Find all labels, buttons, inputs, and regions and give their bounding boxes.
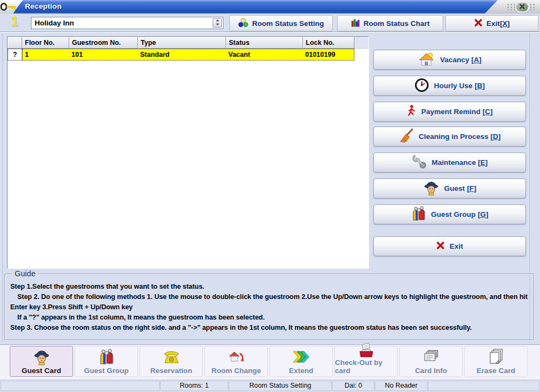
house-icon	[418, 52, 435, 68]
title-bar: Reception	[0, 0, 540, 14]
cell-lock-no[interactable]: 01010199	[303, 49, 354, 60]
running-person-icon	[406, 104, 416, 119]
blank-pages-icon	[488, 347, 504, 367]
header-selector[interactable]	[8, 37, 22, 49]
room-status-chart-label: Room Status Chart	[364, 19, 430, 28]
guide-step-1: Step 1.Select the guestrooms that you wa…	[10, 282, 529, 292]
payment-remind-label: Payment Remind [C]	[421, 108, 492, 116]
payment-remind-button[interactable]: Payment Remind [C]	[373, 102, 526, 122]
guest-face-icon	[33, 347, 50, 367]
toolbar-separator	[0, 31, 540, 32]
cell-floor-no[interactable]: 1	[23, 49, 69, 60]
room-change-icon	[228, 347, 245, 367]
header-guestroom-no[interactable]: Guestroom No.	[69, 37, 138, 49]
vacancy-button[interactable]: Vacancy [A]	[373, 50, 526, 70]
cleaning-in-process-button[interactable]: Cleaning in Process [D]	[373, 127, 526, 147]
guest-card-button[interactable]: Guest Card	[10, 346, 73, 377]
guest-group-bottom-button[interactable]: Guest Group	[75, 346, 138, 377]
room-change-label: Room Change	[212, 367, 261, 375]
erase-card-label: Erase Card	[477, 367, 515, 375]
red-x-icon	[436, 241, 445, 251]
guest-card-label: Guest Card	[22, 367, 61, 375]
exit-side-button[interactable]: Exit	[373, 236, 526, 256]
extend-arrows-icon	[293, 347, 310, 367]
close-button[interactable]	[515, 2, 529, 12]
room-status-setting-icon	[238, 18, 248, 29]
selected-row-band[interactable]: 1 101 Standard Vacant 01010199	[22, 49, 354, 61]
bar-chart-icon	[351, 18, 360, 29]
guide-step-2: Step 2. Do one of the following methods …	[10, 292, 529, 313]
status-rooms-count: Rooms: 1	[160, 381, 228, 391]
guest-face-icon	[423, 180, 439, 197]
close-icon	[519, 2, 525, 12]
room-status-setting-button[interactable]: Room Status Setting	[229, 15, 333, 31]
check-out-by-card-button[interactable]: Check-Out by card	[334, 346, 398, 377]
guide-note: If a "?" appears in the 1st column, It m…	[10, 313, 529, 323]
guest-group-button[interactable]: Guest Group [G]	[373, 204, 526, 224]
header-type[interactable]: Type	[138, 37, 226, 49]
guestroom-table[interactable]: Floor No. Guestroom No. Type Status Lock…	[7, 36, 369, 269]
table-row[interactable]: ? 1 101 Standard Vacant 01010199	[8, 49, 368, 61]
guest-group-icon	[98, 347, 115, 367]
hourly-use-label: Hourly Use [B]	[434, 82, 485, 90]
cell-status[interactable]: Vacant	[226, 49, 303, 60]
guide-title: Guide	[12, 269, 38, 278]
guide-text: Step 1.Select the guestrooms that you wa…	[5, 275, 534, 333]
hotel-select-value: Holiday Inn	[35, 19, 74, 27]
header-filler	[354, 37, 368, 49]
status-segment-empty-right	[428, 381, 539, 391]
guide-step-3: Step 3. Choose the room status on the ri…	[10, 323, 529, 333]
reservation-button[interactable]: Reservation	[140, 346, 203, 377]
broom-icon	[399, 128, 414, 145]
status-segment-empty	[1, 381, 160, 391]
hotel-select[interactable]: Holiday Inn	[31, 17, 223, 29]
exit-toolbar-button[interactable]: Exit[X]	[445, 15, 538, 31]
reservation-label: Reservation	[150, 367, 192, 375]
table-header-row: Floor No. Guestroom No. Type Status Lock…	[8, 37, 368, 49]
erase-card-button[interactable]: Erase Card	[464, 346, 528, 377]
cell-type[interactable]: Standard	[138, 49, 226, 60]
window-title: Reception	[25, 2, 62, 10]
room-status-chart-button[interactable]: Room Status Chart	[337, 15, 443, 31]
exit-side-label: Exit	[450, 242, 463, 250]
spinner-arrows-icon	[215, 18, 220, 28]
maintenance-label: Maintenance [E]	[432, 158, 488, 167]
check-out-by-card-label: Check-Out by card	[335, 358, 397, 375]
telephone-icon	[163, 347, 180, 367]
guest-button[interactable]: Guest [F]	[373, 178, 526, 198]
wrench-icon	[412, 154, 427, 171]
extend-label: Extend	[289, 367, 313, 375]
guest-group-bottom-label: Guest Group	[84, 367, 129, 375]
red-x-icon	[474, 18, 483, 29]
clock-icon	[414, 78, 429, 94]
guest-group-label: Guest Group [G]	[431, 210, 489, 218]
status-bar: Rooms: 1 Room Status Setting Dai: 0 No R…	[0, 378, 540, 392]
row-selection-marker[interactable]: ?	[8, 49, 22, 61]
header-lock-no[interactable]: Lock No.	[303, 37, 354, 49]
hotel-select-spinner[interactable]	[213, 18, 222, 28]
left-groove	[3, 34, 4, 342]
status-reader: No Reader	[375, 381, 427, 391]
reception-window: Reception 1 Holiday Inn	[0, 0, 540, 392]
cell-guestroom-no[interactable]: 101	[69, 49, 138, 60]
card-reader-icon	[358, 342, 375, 358]
status-dai-count: Dai: 0	[332, 381, 374, 391]
card-stack-icon	[423, 347, 440, 367]
exit-toolbar-label: Exit[X]	[486, 19, 510, 28]
guest-group-icon	[411, 205, 426, 223]
room-change-button[interactable]: Room Change	[205, 346, 268, 377]
hourly-use-button[interactable]: Hourly Use [B]	[373, 76, 526, 96]
guest-label: Guest [F]	[444, 184, 476, 192]
header-status[interactable]: Status	[226, 37, 303, 49]
card-info-button[interactable]: Card Info	[399, 346, 463, 377]
header-floor-no[interactable]: Floor No.	[22, 37, 69, 49]
hotel-marker: 1	[11, 15, 18, 28]
maintenance-button[interactable]: Maintenance [E]	[373, 152, 526, 172]
vacancy-label: Vacancy [A]	[440, 56, 482, 64]
guide-box: Guide Step 1.Select the guestrooms that …	[4, 274, 535, 341]
extend-button[interactable]: Extend	[269, 346, 333, 377]
status-mode: Room Status Setting	[229, 381, 332, 391]
room-status-setting-label: Room Status Setting	[252, 19, 324, 28]
card-info-label: Card Info	[415, 367, 447, 375]
cleaning-in-process-label: Cleaning in Process [D]	[419, 132, 501, 141]
